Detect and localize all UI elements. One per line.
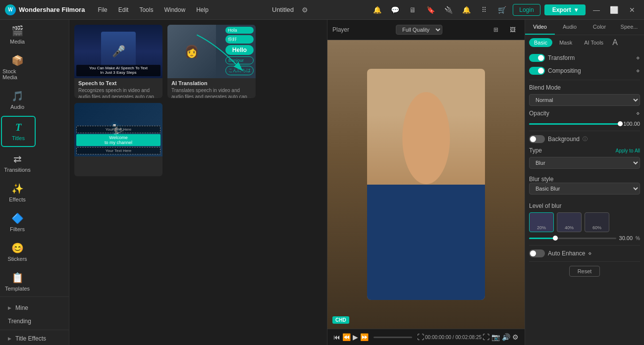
tool-effects[interactable]: ✨ Effects	[0, 178, 35, 207]
background-toggle[interactable]	[529, 135, 545, 143]
settings-ctrl-icon[interactable]: ⚙	[511, 332, 520, 342]
menu-tools[interactable]: Tools	[134, 4, 158, 15]
blend-mode-select[interactable]: Normal Dissolve Darken	[529, 94, 640, 106]
login-button[interactable]: Login	[513, 4, 540, 16]
tab-speed[interactable]: Spee...	[614, 20, 644, 35]
ait-tag-hola: Hola	[225, 27, 254, 34]
notification-icon[interactable]: 🔔	[370, 3, 384, 17]
subtab-mask[interactable]: Mask	[554, 38, 577, 47]
right-subtabs: Basic Mask AI Tools A	[525, 35, 644, 50]
tool-stock-media-label: Stock Media	[2, 68, 32, 80]
menu-window[interactable]: Window	[159, 4, 190, 15]
grid-icon[interactable]: ⠿	[477, 3, 491, 17]
apply-all-button[interactable]: Apply to All	[616, 148, 640, 153]
forward-frame-icon[interactable]: ⏩	[359, 332, 370, 342]
tool-stock-media[interactable]: 📦 Stock Media	[0, 49, 35, 85]
right-tabs: Video Audio Color Spee...	[525, 20, 644, 35]
text-placeholder-2: Your Text Here	[76, 147, 161, 154]
templates-icon: 📋	[11, 272, 24, 284]
reset-button[interactable]: Reset	[569, 266, 600, 277]
opacity-slider-row: 100.00	[529, 121, 640, 127]
opacity-slider-thumb[interactable]	[618, 121, 623, 126]
player-label: Player	[332, 26, 349, 33]
export-button[interactable]: Export ▾	[544, 4, 586, 15]
plugin-icon[interactable]: 🔌	[441, 3, 455, 17]
opacity-label: Opacity	[529, 110, 549, 117]
sidebar-item-trending[interactable]: Trending	[2, 315, 67, 328]
tool-audio[interactable]: 🎵 Audio	[0, 85, 35, 115]
quality-select[interactable]: Full Quality 1/2 Quality 1/4 Quality	[396, 25, 442, 35]
blur-40-label: 40%	[565, 225, 574, 230]
auto-enhance-toggle[interactable]	[529, 249, 545, 257]
tool-media[interactable]: 🎬 Media	[0, 20, 35, 49]
chat-icon[interactable]: 💬	[388, 3, 402, 17]
ait-card[interactable]: 👩 Hola 你好 Hello Bonjour こんにちは	[167, 25, 256, 98]
blend-mode-section: Blend Mode Normal Dissolve Darken	[529, 84, 640, 106]
opacity-expand-icon[interactable]: ⋄	[636, 110, 640, 117]
welcome-label-overlay: Welcometo my channel	[76, 134, 161, 146]
total-time: 00:02:08:25	[455, 335, 482, 340]
fullscreen-icon[interactable]: ⛶	[416, 332, 425, 342]
bell-icon[interactable]: 🔔	[459, 3, 473, 17]
background-info-icon[interactable]: ⓘ	[583, 136, 588, 143]
minimize-icon[interactable]: —	[590, 3, 603, 17]
stt-card[interactable]: 🎤 You Can Make AI Speech To Text In Just…	[74, 25, 162, 98]
background-label: Background	[548, 136, 580, 143]
blur-preview-20[interactable]: 20%	[529, 212, 554, 232]
sidebar-item-title-effects[interactable]: ▶ Title Effects	[2, 332, 67, 345]
tool-stickers[interactable]: 😊 Stickers	[0, 237, 35, 267]
blur-style-select[interactable]: Basic Blur Advanced Blur	[529, 183, 640, 195]
tool-templates[interactable]: 📋 Templates	[0, 267, 35, 296]
back-frame-icon[interactable]: ⏪	[341, 332, 352, 342]
preview-image-icon[interactable]: 🖼	[506, 23, 520, 37]
compositing-expand-icon[interactable]: ⋄	[636, 67, 640, 74]
menu-file[interactable]: File	[93, 4, 112, 15]
play-pause-icon[interactable]: ▶	[352, 332, 359, 342]
compositing-toggle[interactable]	[529, 67, 545, 75]
volume-icon[interactable]: 🔊	[501, 332, 511, 342]
opacity-slider[interactable]	[529, 123, 620, 125]
export-dropdown-icon[interactable]: ▾	[575, 6, 578, 13]
project-settings-icon[interactable]: ⚙	[298, 3, 312, 17]
prev-frame-icon[interactable]: ⏮	[332, 332, 341, 342]
person-icon: 👩	[184, 45, 199, 58]
bg-type-select[interactable]: Blur Color Image	[529, 157, 640, 169]
crop-icon[interactable]: ⛶	[482, 332, 490, 342]
blur-slider-thumb[interactable]	[553, 236, 558, 241]
screenshot-icon[interactable]: 📷	[490, 332, 501, 342]
ait-tag-japanese: こんにちは	[225, 66, 254, 75]
auto-enhance-expand-icon[interactable]: ⋄	[588, 250, 592, 257]
menu-edit[interactable]: Edit	[113, 4, 134, 15]
welcome-card[interactable]: ⛷ Your Text Here Welcometo my channel Yo…	[74, 103, 162, 176]
transform-expand-icon[interactable]: ⋄	[636, 54, 640, 61]
subtab-more[interactable]: A	[610, 38, 620, 47]
blur-preview-60[interactable]: 60%	[585, 212, 609, 232]
tab-audio[interactable]: Audio	[555, 20, 585, 35]
transform-toggle[interactable]	[529, 54, 545, 62]
preview-video-frame: CHD	[327, 40, 525, 329]
current-time: 00:00:00:00	[425, 335, 451, 340]
maximize-icon[interactable]: ⬜	[607, 3, 621, 17]
tool-transitions[interactable]: ⇄ Transitions	[0, 148, 35, 178]
blur-level-slider[interactable]	[529, 238, 616, 239]
tool-audio-label: Audio	[10, 104, 24, 110]
bookmark-icon[interactable]: 🔖	[424, 3, 437, 17]
preview-header: Player Full Quality 1/2 Quality 1/4 Qual…	[327, 20, 525, 40]
screenshare-icon[interactable]: 🖥	[406, 3, 420, 17]
tool-filters[interactable]: 🔷 Filters	[0, 207, 35, 237]
tab-video[interactable]: Video	[525, 20, 555, 35]
tool-titles[interactable]: T Titles	[1, 116, 36, 147]
menu-help[interactable]: Help	[191, 4, 214, 15]
ait-person-visual: 👩	[167, 25, 216, 78]
subtab-ai-tools[interactable]: AI Tools	[579, 38, 608, 47]
topbar-menu: File Edit Tools Window Help	[93, 4, 213, 15]
cart-icon[interactable]: 🛒	[495, 3, 509, 17]
blur-preview-40[interactable]: 40%	[557, 212, 582, 232]
preview-grid-icon[interactable]: ⊞	[489, 23, 503, 37]
stt-desc: Recognizes speech in video and audio fil…	[78, 87, 159, 98]
subtab-basic[interactable]: Basic	[529, 38, 552, 47]
sidebar-item-mine[interactable]: ▶ Mine	[2, 301, 67, 314]
preview-timeline-bar[interactable]	[374, 337, 412, 338]
tab-color[interactable]: Color	[585, 20, 614, 35]
close-icon[interactable]: ✕	[625, 3, 639, 17]
